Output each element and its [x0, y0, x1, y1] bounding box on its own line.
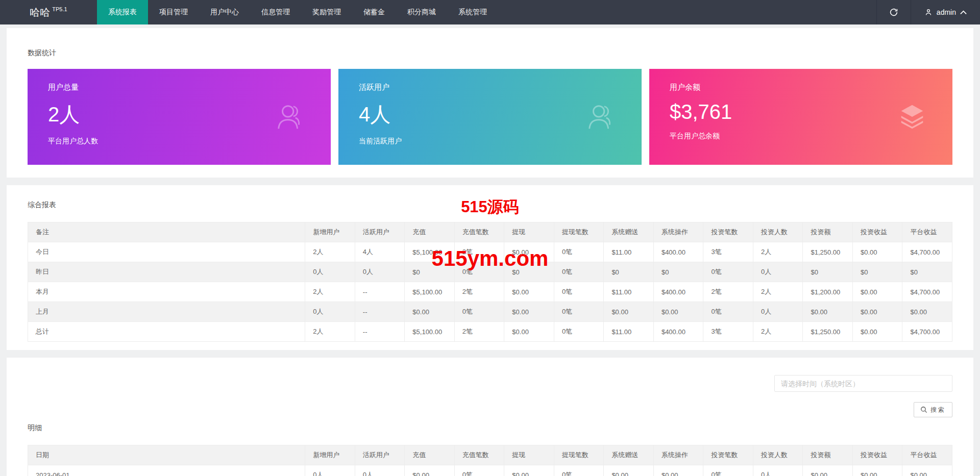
table-cell: $11.00	[604, 282, 654, 302]
table-cell: $5,100.00	[405, 282, 455, 302]
table-cell: 0笔	[703, 465, 753, 476]
nav-item-1[interactable]: 项目管理	[148, 0, 199, 24]
table-cell: $0.00	[803, 465, 853, 476]
card-subtitle: 当前活跃用户	[359, 137, 642, 146]
table-cell: 0人	[753, 465, 803, 476]
table-cell: --	[355, 302, 405, 322]
table-cell: $0.00	[504, 282, 554, 302]
column-header: 投资额	[803, 222, 853, 242]
table-cell: $0	[653, 262, 703, 282]
stat-cards: 用户总量 2人 平台用户总人数 活跃用户 4人 当前活跃用户	[28, 69, 952, 165]
detail-table: 日期新增用户活跃用户充值充值笔数提现提现笔数系统赠送系统操作投资笔数投资人数投资…	[28, 445, 952, 476]
table-cell: $0.00	[852, 282, 902, 302]
column-header: 充值	[405, 222, 455, 242]
stat-card-user-balance: 用户余额 $3,761 平台用户总余额	[649, 69, 952, 165]
user-menu[interactable]: admin	[911, 0, 980, 24]
column-header: 系统赠送	[604, 445, 654, 465]
user-icon	[924, 8, 933, 16]
table-cell: $5,100.00	[405, 322, 455, 342]
search-button[interactable]: 搜索	[914, 402, 952, 417]
table-cell: $0	[405, 262, 455, 282]
table-row: 上月0人--$0.000笔$0.000笔$0.00$0.000笔0人$0.00$…	[28, 302, 952, 322]
table-cell: $0.00	[852, 465, 902, 476]
search-row: 搜索	[28, 402, 952, 417]
column-header: 活跃用户	[355, 222, 405, 242]
table-cell: $0.00	[902, 465, 952, 476]
nav-item-3[interactable]: 信息管理	[250, 0, 301, 24]
table-cell: 0笔	[554, 465, 604, 476]
detail-panel: 搜索 明细 日期新增用户活跃用户充值充值笔数提现提现笔数系统赠送系统操作投资笔数…	[7, 358, 973, 476]
table-cell: $4,700.00	[902, 242, 952, 262]
column-header: 新增用户	[305, 445, 355, 465]
username: admin	[937, 8, 956, 16]
column-header: 提现	[504, 222, 554, 242]
table-cell: 2人	[753, 242, 803, 262]
nav-item-2[interactable]: 用户中心	[199, 0, 250, 24]
table-cell: 2人	[305, 322, 355, 342]
table-cell: 0人	[753, 302, 803, 322]
table-cell: $0.00	[504, 242, 554, 262]
table-cell: $0.00	[852, 322, 902, 342]
column-header: 提现笔数	[554, 445, 604, 465]
column-header: 新增用户	[305, 222, 355, 242]
table-cell: 0笔	[454, 465, 504, 476]
table-cell: 4人	[355, 242, 405, 262]
filter-row	[28, 375, 952, 392]
column-header: 投资笔数	[703, 445, 753, 465]
column-header: 投资收益	[852, 445, 902, 465]
brand-logo: 哈哈 TP5.1	[0, 0, 97, 24]
table-cell: $400.00	[653, 322, 703, 342]
table-cell: 上月	[28, 302, 305, 322]
table-row: 本月2人--$5,100.002笔$0.000笔$11.00$400.002笔2…	[28, 282, 952, 302]
table-cell: --	[355, 322, 405, 342]
date-range-input[interactable]	[774, 375, 952, 392]
table-cell: 2人	[753, 322, 803, 342]
column-header: 投资人数	[753, 445, 803, 465]
stats-panel: 数据统计 用户总量 2人 平台用户总人数 活跃用户 4人 当前活跃用户	[7, 28, 973, 178]
nav-item-6[interactable]: 积分商城	[396, 0, 447, 24]
navbar-right: admin	[876, 0, 980, 24]
column-header: 提现笔数	[554, 222, 604, 242]
column-header: 充值	[405, 445, 455, 465]
table-cell: $0.00	[902, 302, 952, 322]
column-header: 提现	[504, 445, 554, 465]
table-row: 今日2人4人$5,100.002笔$0.000笔$11.00$400.003笔2…	[28, 242, 952, 262]
table-cell: 0笔	[554, 302, 604, 322]
table-cell: $0.00	[653, 302, 703, 322]
stats-section-title: 数据统计	[28, 48, 952, 58]
column-header: 系统操作	[653, 445, 703, 465]
table-cell: 2笔	[703, 282, 753, 302]
summary-panel: 综合报表 515源码 515ym.com 备注新增用户活跃用户充值充值笔数提现提…	[7, 185, 973, 350]
table-cell: 2笔	[454, 282, 504, 302]
brand-text: 哈哈	[30, 6, 50, 19]
table-cell: 0人	[305, 262, 355, 282]
stat-card-total-users: 用户总量 2人 平台用户总人数	[28, 69, 331, 165]
card-subtitle: 平台用户总余额	[670, 132, 952, 141]
table-cell: --	[355, 282, 405, 302]
refresh-button[interactable]	[876, 0, 911, 24]
nav-item-4[interactable]: 奖励管理	[301, 0, 352, 24]
column-header: 投资人数	[753, 222, 803, 242]
table-cell: $400.00	[653, 282, 703, 302]
column-header: 平台收益	[902, 445, 952, 465]
nav-item-5[interactable]: 储蓄金	[352, 0, 396, 24]
table-cell: 0人	[355, 465, 405, 476]
column-header: 日期	[28, 445, 305, 465]
table-cell: $0.00	[803, 302, 853, 322]
table-cell: $0	[803, 262, 853, 282]
table-cell: $1,250.00	[803, 242, 853, 262]
table-cell: 0人	[305, 465, 355, 476]
table-cell: $11.00	[604, 242, 654, 262]
nav-item-7[interactable]: 系统管理	[447, 0, 498, 24]
users-icon	[275, 101, 306, 133]
table-cell: 2笔	[454, 322, 504, 342]
table-cell: $4,700.00	[902, 322, 952, 342]
column-header: 备注	[28, 222, 305, 242]
column-header: 系统赠送	[604, 222, 654, 242]
table-cell: 2人	[305, 242, 355, 262]
table-cell: $4,700.00	[902, 282, 952, 302]
table-cell: $1,250.00	[803, 322, 853, 342]
nav-item-0[interactable]: 系统报表	[97, 0, 148, 24]
table-cell: 0人	[355, 262, 405, 282]
table-cell: 3笔	[703, 242, 753, 262]
